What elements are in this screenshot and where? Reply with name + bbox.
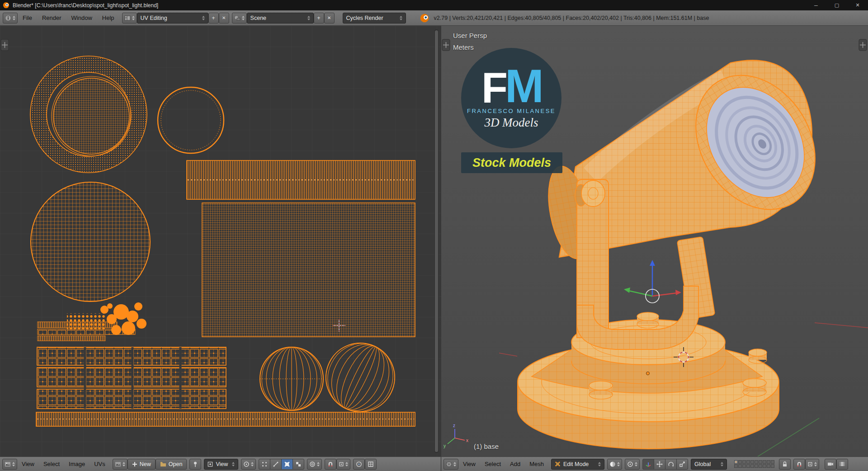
screen-layout-dropdown[interactable]: UV Editing (137, 13, 208, 24)
menu-window[interactable]: Window (66, 14, 97, 21)
uv-menu-image[interactable]: Image (64, 461, 90, 467)
uv-pivot-selector[interactable] (241, 459, 256, 470)
edge-select-icon (273, 461, 279, 467)
render-animation-icon (839, 461, 845, 467)
vp-properties-tab[interactable] (859, 39, 867, 51)
uv-scrollbar[interactable] (434, 29, 439, 453)
manipulator-toggle-button[interactable] (642, 459, 654, 470)
uv-select-edge-button[interactable] (270, 459, 282, 470)
uv-island-disc-large[interactable] (31, 182, 150, 301)
menu-help[interactable]: Help (97, 14, 119, 21)
viewport-header: View Select Add Mesh Edit Mode (441, 457, 868, 471)
view-mode-icon (208, 462, 213, 467)
fm-letter-m: M (505, 66, 541, 106)
scene-browse-button[interactable] (232, 13, 247, 24)
vertex-select-icon (261, 461, 268, 467)
delete-scene-button[interactable]: ✕ (324, 13, 335, 24)
render-camera-icon (827, 461, 834, 467)
uv-island-grid-rect[interactable] (202, 203, 415, 337)
uv-island-disc-small[interactable] (53, 78, 129, 154)
uv-snap-target-selector[interactable] (336, 459, 350, 470)
folder-icon (160, 461, 166, 467)
uv-mode-dropdown[interactable]: View (204, 459, 238, 470)
vp-menu-select[interactable]: Select (480, 461, 505, 467)
title-bar: Blender* [C:\Users\franc\Desktop\spot_li… (0, 0, 868, 10)
image-datablock-icon (115, 461, 121, 467)
uv-image-editor[interactable] (0, 26, 441, 457)
pin-icon (192, 461, 198, 467)
render-engine-value: Cycles Render (346, 15, 383, 21)
magnet-icon (327, 461, 334, 467)
uv-menu-view[interactable]: View (17, 461, 39, 467)
window-controls: ─ ▢ ✕ (806, 0, 868, 10)
uv-draw-other-objects-button[interactable] (365, 459, 377, 470)
model-pivot-knob[interactable] (581, 180, 605, 207)
uv-sticky-select-button[interactable] (307, 459, 322, 470)
uv-snap-toggle[interactable] (325, 459, 336, 470)
pivot-point-selector[interactable] (625, 459, 640, 470)
close-button[interactable]: ✕ (847, 0, 868, 10)
scene-value: Scene (250, 15, 266, 21)
add-scene-button[interactable]: + (314, 13, 324, 24)
svg-text:z: z (453, 423, 455, 428)
translate-manipulator-button[interactable] (654, 459, 665, 470)
pivot-icon (243, 461, 250, 467)
uv-island-strip-bottom[interactable] (36, 412, 415, 426)
uv-menu-select[interactable]: Select (39, 461, 64, 467)
layout-grid-icon (368, 461, 374, 467)
lock-to-scene-button[interactable] (779, 459, 791, 470)
face-select-icon (284, 461, 290, 467)
snap-toggle-button[interactable] (793, 459, 805, 470)
scene-dropdown[interactable]: Scene (247, 13, 314, 24)
uv-canvas[interactable] (0, 26, 441, 457)
uv-select-vertex-button[interactable] (259, 459, 270, 470)
fm-logo-circle: F M FRANCESCO MILANESE 3D Models (461, 48, 561, 148)
opengl-render-animation-button[interactable] (836, 459, 848, 470)
viewport-shading-selector[interactable] (607, 459, 622, 470)
layers-widget[interactable] (734, 460, 774, 468)
editor-type-selector-info[interactable] (3, 13, 18, 24)
lock-icon (782, 461, 788, 467)
blender-app-icon (3, 2, 9, 9)
mode-dropdown[interactable]: Edit Mode (551, 459, 604, 470)
layout-browse-button[interactable] (122, 13, 137, 24)
snap-element-icon (339, 462, 344, 467)
image-browse-button[interactable] (113, 459, 127, 470)
uv-editor-type-selector[interactable] (2, 459, 17, 470)
vp-toolshelf-tab[interactable] (442, 39, 450, 51)
viewport-editor-icon (446, 461, 452, 467)
uv-select-island-button[interactable] (292, 459, 304, 470)
rotate-manipulator-button[interactable] (665, 459, 677, 470)
vp-menu-mesh[interactable]: Mesh (525, 461, 548, 467)
menu-file[interactable]: File (18, 14, 37, 21)
manipulator-axis-icon (645, 461, 651, 467)
uv-toolshelf-tab[interactable] (1, 39, 9, 51)
uv-select-face-button[interactable] (281, 459, 293, 470)
screen-layout-icon (124, 15, 131, 21)
snap-element-selector[interactable] (805, 459, 819, 470)
add-layout-button[interactable]: + (208, 13, 219, 24)
translate-icon (656, 461, 663, 467)
render-engine-dropdown[interactable]: Cycles Render (343, 13, 406, 24)
uv-proportional-edit-button[interactable] (353, 459, 365, 470)
minimize-button[interactable]: ─ (806, 0, 826, 10)
uv-menu-uvs[interactable]: UVs (90, 461, 110, 467)
vp-menu-add[interactable]: Add (505, 461, 525, 467)
delete-layout-button[interactable]: ✕ (219, 13, 229, 24)
fm-tagline: 3D Models (484, 116, 538, 130)
menu-render[interactable]: Render (37, 14, 66, 21)
opengl-render-image-button[interactable] (825, 459, 836, 470)
vp-menu-view[interactable]: View (458, 461, 480, 467)
new-image-button[interactable]: New (127, 459, 156, 470)
vp-editor-type-selector[interactable] (443, 459, 458, 470)
viewport-view-label: User Persp (453, 32, 487, 39)
uv-editor-header: View Select Image UVs New Open View (0, 457, 441, 471)
sticky-select-icon (309, 461, 316, 467)
open-image-button[interactable]: Open (156, 459, 187, 470)
pin-toggle-button[interactable] (189, 459, 201, 470)
maximize-button[interactable]: ▢ (826, 0, 847, 10)
blender-window: Blender* [C:\Users\franc\Desktop\spot_li… (0, 0, 868, 471)
scale-manipulator-button[interactable] (676, 459, 688, 470)
shading-sphere-icon (609, 461, 616, 467)
transform-orientation-dropdown[interactable]: Global (691, 459, 727, 470)
